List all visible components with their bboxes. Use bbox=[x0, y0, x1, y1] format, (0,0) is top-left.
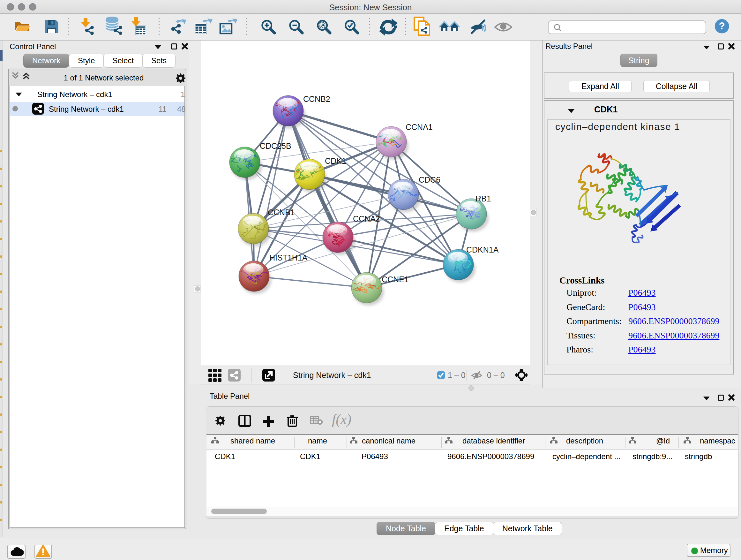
svg-text:RB1: RB1 bbox=[475, 194, 491, 203]
svg-text:CCNA2: CCNA2 bbox=[353, 214, 380, 223]
svg-text:CDK1: CDK1 bbox=[325, 157, 346, 165]
svg-text:CDKN1A: CDKN1A bbox=[466, 245, 499, 254]
svg-text:CCNB1: CCNB1 bbox=[268, 208, 295, 217]
svg-text:CCNE1: CCNE1 bbox=[382, 275, 409, 284]
svg-text:CDC6: CDC6 bbox=[419, 175, 441, 184]
svg-text:CCNB2: CCNB2 bbox=[303, 95, 330, 104]
svg-text:CDC25B: CDC25B bbox=[260, 141, 291, 150]
svg-text:CCNA1: CCNA1 bbox=[406, 123, 433, 132]
svg-text:?: ? bbox=[719, 20, 725, 32]
svg-text:HIST1H1A: HIST1H1A bbox=[269, 253, 308, 262]
